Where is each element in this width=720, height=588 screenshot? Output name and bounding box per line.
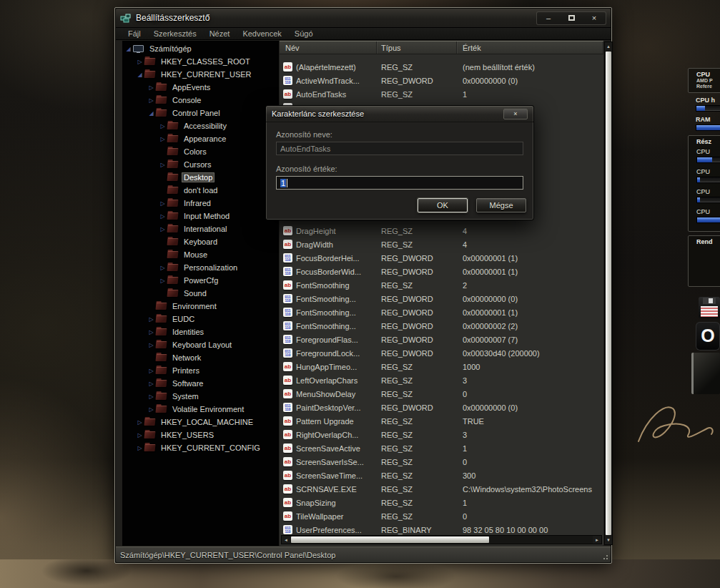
clipped-desktop-icon[interactable] — [691, 353, 720, 394]
tree-expand-icon[interactable] — [158, 265, 167, 271]
tree-expand-icon[interactable] — [147, 368, 156, 374]
registry-value-row[interactable]: ScreenSaveActive REG_SZ 1 — [280, 441, 603, 455]
registry-value-row[interactable]: LeftOverlapChars REG_SZ 3 — [280, 373, 603, 387]
tree-item[interactable]: System — [122, 390, 279, 403]
vertical-scroll-thumb[interactable] — [606, 52, 611, 535]
tree-item[interactable]: PowerCfg — [122, 274, 279, 287]
tree-item[interactable]: Environment — [122, 300, 279, 313]
scroll-down-icon[interactable]: ▼ — [605, 536, 612, 544]
tree-expand-icon[interactable] — [158, 200, 167, 207]
window-titlebar[interactable]: Beállításszerkesztő – × — [116, 9, 611, 27]
tree-expand-icon[interactable] — [158, 123, 167, 129]
registry-value-row[interactable]: ActiveWndTrack... REG_DWORD 0x00000000 (… — [280, 74, 603, 87]
tree-item[interactable]: Mouse — [122, 248, 279, 261]
scroll-right-icon[interactable]: ► — [593, 536, 601, 544]
tree-expand-icon[interactable] — [135, 59, 144, 65]
menu-item[interactable]: Nézet — [203, 28, 237, 39]
tree-item[interactable]: Identities — [122, 325, 279, 338]
resize-grip[interactable] — [601, 553, 608, 560]
value-name-field[interactable]: AutoEndTasks — [276, 142, 523, 155]
column-header-value[interactable]: Érték — [457, 41, 603, 54]
registry-value-row[interactable]: SCRNSAVE.EXE REG_SZ C:\Windows\system32\… — [280, 482, 603, 496]
cancel-button[interactable]: Mégse — [476, 198, 526, 212]
tree-expand-icon[interactable] — [135, 72, 144, 78]
menu-item[interactable]: Kedvencek — [236, 28, 287, 39]
tree-item[interactable]: EUDC — [122, 313, 279, 325]
floppy-disk-icon[interactable] — [699, 297, 720, 318]
value-data-input[interactable]: 1 — [276, 176, 523, 190]
tree-item[interactable]: Volatile Environment — [122, 403, 279, 416]
tree-item[interactable]: Keyboard — [122, 235, 279, 248]
registry-value-row[interactable]: FontSmoothing REG_SZ 2 — [280, 278, 603, 292]
tree-expand-icon[interactable] — [158, 278, 167, 284]
tree-item[interactable]: AppEvents — [122, 81, 279, 94]
registry-value-row[interactable]: (Alapértelmezett) REG_SZ (nem beállított… — [280, 60, 603, 74]
registry-value-row[interactable]: ScreenSaverIsSe... REG_SZ 0 — [280, 455, 603, 469]
tree-item[interactable]: Cursors — [122, 158, 279, 171]
tree-item[interactable]: Desktop — [122, 171, 279, 184]
tree-item[interactable]: Számítógép — [122, 42, 279, 55]
horizontal-scroll-thumb[interactable] — [291, 536, 489, 543]
tree-item[interactable]: HKEY_CURRENT_USER — [122, 68, 279, 81]
tree-expand-icon[interactable] — [158, 136, 167, 142]
tree-item[interactable]: International — [122, 222, 279, 235]
registry-value-row[interactable]: Pattern Upgrade REG_SZ TRUE — [280, 414, 603, 428]
registry-value-row[interactable]: MenuShowDelay REG_SZ 0 — [280, 387, 603, 401]
registry-value-row[interactable]: ForegroundLock... REG_DWORD 0x00030d40 (… — [280, 346, 603, 360]
tree-item[interactable]: Infrared — [122, 197, 279, 210]
tree-item[interactable]: HKEY_LOCAL_MACHINE — [122, 416, 279, 428]
minimize-button[interactable]: – — [538, 13, 559, 24]
tree-expand-icon[interactable] — [147, 84, 156, 91]
opera-icon[interactable]: O — [696, 322, 720, 351]
tree-expand-icon[interactable] — [158, 162, 167, 168]
tree-item[interactable]: Console — [122, 94, 279, 107]
registry-value-row[interactable]: AutoEndTasks REG_SZ 1 — [280, 87, 603, 101]
tree-expand-icon[interactable] — [147, 342, 156, 348]
registry-value-row[interactable]: ScreenSaveTime... REG_SZ 300 — [280, 469, 603, 482]
scroll-left-icon[interactable]: ◄ — [282, 536, 290, 544]
tree-item[interactable]: Accessibility — [122, 119, 279, 132]
tree-item[interactable]: Software — [122, 377, 279, 390]
registry-value-row[interactable]: ForegroundFlas... REG_DWORD 0x00000007 (… — [280, 333, 603, 346]
maximize-button[interactable] — [561, 13, 582, 24]
tree-item[interactable]: Sound — [122, 287, 279, 300]
dialog-close-button[interactable]: × — [503, 109, 528, 119]
vertical-scrollbar[interactable]: ▲ ▼ — [604, 41, 613, 545]
registry-value-row[interactable]: TileWallpaper REG_SZ 0 — [280, 509, 603, 523]
tree-expand-icon[interactable] — [135, 445, 144, 451]
registry-value-row[interactable]: HungAppTimeo... REG_SZ 1000 — [280, 360, 603, 373]
menu-item[interactable]: Fájl — [122, 28, 147, 39]
registry-value-row[interactable]: DragWidth REG_SZ 4 — [280, 237, 603, 251]
tree-expand-icon[interactable] — [158, 213, 167, 220]
registry-value-row[interactable]: SnapSizing REG_SZ 1 — [280, 496, 603, 509]
tree-item[interactable]: Network — [122, 351, 279, 364]
scroll-up-icon[interactable]: ▲ — [605, 42, 612, 51]
registry-value-row[interactable]: FocusBorderHei... REG_DWORD 0x00000001 (… — [280, 251, 603, 265]
registry-value-row[interactable]: RightOverlapCh... REG_SZ 3 — [280, 428, 603, 441]
registry-value-row[interactable]: FontSmoothing... REG_DWORD 0x00000000 (0… — [280, 292, 603, 305]
tree-item[interactable]: HKEY_CURRENT_CONFIG — [122, 441, 279, 454]
tree-item[interactable]: Input Method — [122, 210, 279, 222]
tree-item[interactable]: don't load — [122, 184, 279, 197]
tree-item[interactable]: HKEY_USERS — [122, 428, 279, 441]
tree-item[interactable]: Keyboard Layout — [122, 338, 279, 351]
ok-button[interactable]: OK — [418, 198, 468, 212]
close-button[interactable]: × — [583, 13, 605, 24]
registry-value-row[interactable]: FocusBorderWid... REG_DWORD 0x00000001 (… — [280, 265, 603, 278]
tree-expand-icon[interactable] — [124, 46, 133, 52]
tree-item[interactable]: Control Panel — [122, 107, 279, 119]
tree-expand-icon[interactable] — [147, 97, 156, 104]
menu-item[interactable]: Szerkesztés — [147, 28, 203, 39]
tree-expand-icon[interactable] — [147, 393, 156, 400]
tree-expand-icon[interactable] — [158, 226, 167, 232]
tree-expand-icon[interactable] — [147, 110, 156, 117]
registry-value-row[interactable]: FontSmoothing... REG_DWORD 0x00000001 (1… — [280, 305, 603, 319]
column-header-name[interactable]: Név — [280, 41, 377, 54]
tree-item[interactable]: Personalization — [122, 261, 279, 274]
tree-expand-icon[interactable] — [135, 419, 144, 426]
tree-expand-icon[interactable] — [147, 316, 156, 323]
registry-value-row[interactable]: PaintDesktopVer... REG_DWORD 0x00000000 … — [280, 401, 603, 414]
tree-item[interactable]: Printers — [122, 364, 279, 377]
registry-value-row[interactable]: FontSmoothing... REG_DWORD 0x00000002 (2… — [280, 319, 603, 333]
menu-item[interactable]: Súgó — [288, 28, 320, 39]
